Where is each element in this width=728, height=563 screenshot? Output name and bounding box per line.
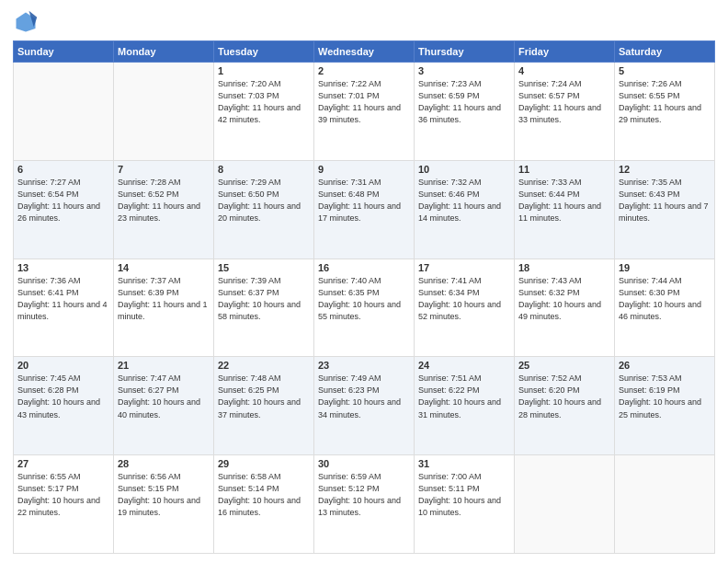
calendar-cell (14, 63, 114, 161)
day-info: Sunrise: 7:45 AM Sunset: 6:28 PM Dayligh… (17, 373, 109, 420)
day-number: 13 (17, 262, 109, 273)
day-number: 26 (619, 360, 711, 371)
calendar-cell: 15Sunrise: 7:39 AM Sunset: 6:37 PM Dayli… (214, 259, 314, 357)
day-number: 19 (619, 262, 711, 273)
day-info: Sunrise: 7:22 AM Sunset: 7:01 PM Dayligh… (318, 78, 410, 126)
day-number: 20 (17, 360, 109, 371)
calendar-cell: 1Sunrise: 7:20 AM Sunset: 7:03 PM Daylig… (214, 63, 314, 161)
weekday-header-saturday: Saturday (615, 41, 715, 63)
day-number: 22 (218, 360, 310, 371)
weekday-header-sunday: Sunday (14, 41, 114, 63)
calendar-cell: 23Sunrise: 7:49 AM Sunset: 6:23 PM Dayli… (314, 357, 415, 455)
day-info: Sunrise: 7:39 AM Sunset: 6:37 PM Dayligh… (218, 275, 310, 323)
day-info: Sunrise: 6:59 AM Sunset: 5:12 PM Dayligh… (318, 471, 410, 519)
day-info: Sunrise: 6:56 AM Sunset: 5:15 PM Dayligh… (118, 471, 210, 519)
day-number: 2 (318, 65, 410, 76)
day-number: 4 (518, 65, 610, 76)
weekday-header-tuesday: Tuesday (214, 41, 314, 63)
logo (13, 9, 42, 35)
calendar-cell: 2Sunrise: 7:22 AM Sunset: 7:01 PM Daylig… (314, 63, 415, 161)
day-number: 3 (418, 65, 510, 76)
day-info: Sunrise: 7:20 AM Sunset: 7:03 PM Dayligh… (218, 78, 310, 126)
day-info: Sunrise: 7:51 AM Sunset: 6:22 PM Dayligh… (418, 373, 510, 420)
calendar-header: SundayMondayTuesdayWednesdayThursdayFrid… (14, 41, 715, 63)
day-info: Sunrise: 7:52 AM Sunset: 6:20 PM Dayligh… (518, 373, 610, 420)
day-info: Sunrise: 7:26 AM Sunset: 6:55 PM Dayligh… (619, 78, 711, 126)
calendar-cell: 16Sunrise: 7:40 AM Sunset: 6:35 PM Dayli… (314, 259, 415, 357)
day-number: 8 (218, 164, 310, 175)
day-info: Sunrise: 7:53 AM Sunset: 6:19 PM Dayligh… (619, 373, 711, 420)
weekday-header-monday: Monday (114, 41, 214, 63)
day-number: 25 (518, 360, 610, 371)
calendar-cell: 4Sunrise: 7:24 AM Sunset: 6:57 PM Daylig… (515, 63, 615, 161)
day-number: 23 (318, 360, 410, 371)
day-info: Sunrise: 7:41 AM Sunset: 6:34 PM Dayligh… (418, 275, 510, 323)
day-info: Sunrise: 7:29 AM Sunset: 6:50 PM Dayligh… (218, 177, 310, 224)
day-info: Sunrise: 7:44 AM Sunset: 6:30 PM Dayligh… (619, 275, 711, 323)
weekday-header-row: SundayMondayTuesdayWednesdayThursdayFrid… (14, 41, 715, 63)
day-info: Sunrise: 7:36 AM Sunset: 6:41 PM Dayligh… (17, 275, 109, 323)
calendar-cell: 30Sunrise: 6:59 AM Sunset: 5:12 PM Dayli… (314, 455, 415, 554)
calendar-cell: 17Sunrise: 7:41 AM Sunset: 6:34 PM Dayli… (415, 259, 515, 357)
day-number: 11 (518, 164, 610, 175)
day-number: 27 (17, 458, 109, 469)
day-info: Sunrise: 7:23 AM Sunset: 6:59 PM Dayligh… (418, 78, 510, 126)
day-number: 18 (518, 262, 610, 273)
week-row-4: 20Sunrise: 7:45 AM Sunset: 6:28 PM Dayli… (14, 357, 715, 455)
calendar-cell: 13Sunrise: 7:36 AM Sunset: 6:41 PM Dayli… (14, 259, 114, 357)
day-number: 7 (118, 164, 210, 175)
day-info: Sunrise: 7:27 AM Sunset: 6:54 PM Dayligh… (17, 177, 109, 224)
day-number: 6 (17, 164, 109, 175)
week-row-2: 6Sunrise: 7:27 AM Sunset: 6:54 PM Daylig… (14, 160, 715, 259)
calendar: SundayMondayTuesdayWednesdayThursdayFrid… (13, 40, 715, 554)
calendar-cell (615, 455, 715, 554)
day-number: 29 (218, 458, 310, 469)
day-number: 1 (218, 65, 310, 76)
calendar-cell: 9Sunrise: 7:31 AM Sunset: 6:48 PM Daylig… (314, 160, 415, 259)
week-row-3: 13Sunrise: 7:36 AM Sunset: 6:41 PM Dayli… (14, 259, 715, 357)
day-number: 16 (318, 262, 410, 273)
day-number: 17 (418, 262, 510, 273)
day-info: Sunrise: 7:24 AM Sunset: 6:57 PM Dayligh… (518, 78, 610, 126)
day-info: Sunrise: 7:49 AM Sunset: 6:23 PM Dayligh… (318, 373, 410, 420)
day-info: Sunrise: 7:43 AM Sunset: 6:32 PM Dayligh… (518, 275, 610, 323)
day-number: 10 (418, 164, 510, 175)
week-row-1: 1Sunrise: 7:20 AM Sunset: 7:03 PM Daylig… (14, 63, 715, 161)
weekday-header-wednesday: Wednesday (314, 41, 415, 63)
day-info: Sunrise: 7:40 AM Sunset: 6:35 PM Dayligh… (318, 275, 410, 323)
calendar-cell: 22Sunrise: 7:48 AM Sunset: 6:25 PM Dayli… (214, 357, 314, 455)
calendar-cell: 11Sunrise: 7:33 AM Sunset: 6:44 PM Dayli… (515, 160, 615, 259)
day-number: 31 (418, 458, 510, 469)
day-info: Sunrise: 7:32 AM Sunset: 6:46 PM Dayligh… (418, 177, 510, 224)
day-info: Sunrise: 7:47 AM Sunset: 6:27 PM Dayligh… (118, 373, 210, 420)
calendar-cell: 19Sunrise: 7:44 AM Sunset: 6:30 PM Dayli… (615, 259, 715, 357)
calendar-cell (114, 63, 214, 161)
calendar-cell: 3Sunrise: 7:23 AM Sunset: 6:59 PM Daylig… (415, 63, 515, 161)
week-row-5: 27Sunrise: 6:55 AM Sunset: 5:17 PM Dayli… (14, 455, 715, 554)
header (13, 9, 715, 35)
day-number: 5 (619, 65, 711, 76)
calendar-cell: 8Sunrise: 7:29 AM Sunset: 6:50 PM Daylig… (214, 160, 314, 259)
calendar-cell: 10Sunrise: 7:32 AM Sunset: 6:46 PM Dayli… (415, 160, 515, 259)
calendar-cell: 18Sunrise: 7:43 AM Sunset: 6:32 PM Dayli… (515, 259, 615, 357)
day-info: Sunrise: 7:28 AM Sunset: 6:52 PM Dayligh… (118, 177, 210, 224)
day-number: 14 (118, 262, 210, 273)
day-number: 21 (118, 360, 210, 371)
day-number: 9 (318, 164, 410, 175)
calendar-body: 1Sunrise: 7:20 AM Sunset: 7:03 PM Daylig… (14, 63, 715, 554)
calendar-cell (515, 455, 615, 554)
day-info: Sunrise: 7:37 AM Sunset: 6:39 PM Dayligh… (118, 275, 210, 323)
calendar-cell: 27Sunrise: 6:55 AM Sunset: 5:17 PM Dayli… (14, 455, 114, 554)
calendar-cell: 14Sunrise: 7:37 AM Sunset: 6:39 PM Dayli… (114, 259, 214, 357)
calendar-cell: 29Sunrise: 6:58 AM Sunset: 5:14 PM Dayli… (214, 455, 314, 554)
day-info: Sunrise: 6:58 AM Sunset: 5:14 PM Dayligh… (218, 471, 310, 519)
day-number: 12 (619, 164, 711, 175)
day-number: 30 (318, 458, 410, 469)
calendar-cell: 25Sunrise: 7:52 AM Sunset: 6:20 PM Dayli… (515, 357, 615, 455)
calendar-cell: 12Sunrise: 7:35 AM Sunset: 6:43 PM Dayli… (615, 160, 715, 259)
day-info: Sunrise: 7:33 AM Sunset: 6:44 PM Dayligh… (518, 177, 610, 224)
day-info: Sunrise: 6:55 AM Sunset: 5:17 PM Dayligh… (17, 471, 109, 519)
calendar-cell: 31Sunrise: 7:00 AM Sunset: 5:11 PM Dayli… (415, 455, 515, 554)
page: SundayMondayTuesdayWednesdayThursdayFrid… (0, 0, 728, 563)
calendar-cell: 26Sunrise: 7:53 AM Sunset: 6:19 PM Dayli… (615, 357, 715, 455)
